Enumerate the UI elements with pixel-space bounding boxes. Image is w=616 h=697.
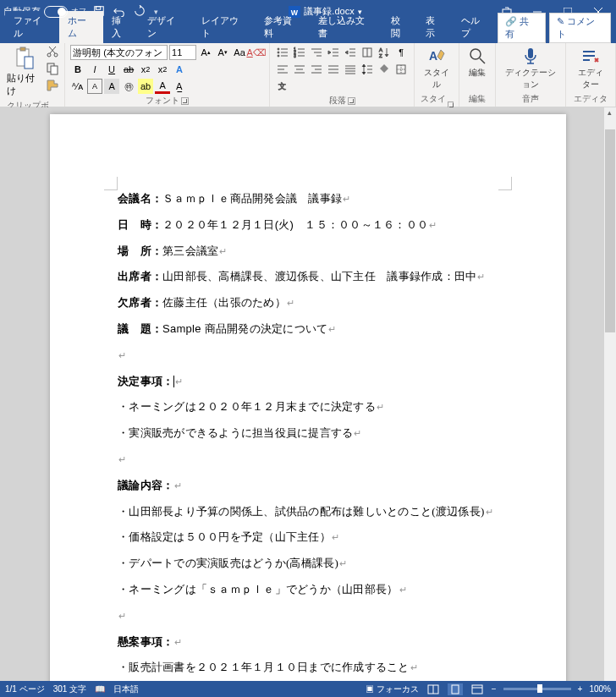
doc-section[interactable]: 懸案事項： bbox=[118, 634, 498, 651]
margin-corner-tl bbox=[104, 177, 118, 190]
language[interactable]: 日本語 bbox=[113, 683, 139, 695]
zoom-out-icon[interactable]: − bbox=[492, 684, 497, 694]
doc-section[interactable]: 決定事項： bbox=[118, 373, 498, 391]
word-count[interactable]: 301 文字 bbox=[53, 683, 86, 695]
doc-bullet[interactable]: ・販売計画書を２０２１年１月１０日までに作成すること bbox=[118, 659, 498, 677]
vertical-scrollbar[interactable]: ▴ bbox=[604, 107, 616, 681]
tab-help[interactable]: ヘルプ bbox=[453, 11, 498, 43]
paste-button[interactable]: 貼り付け bbox=[5, 45, 44, 99]
dictate-label: ディクテーション bbox=[504, 67, 557, 91]
focus-mode[interactable]: ▣ フォーカス bbox=[366, 683, 419, 695]
distribute-icon[interactable] bbox=[343, 62, 358, 77]
doc-bullet[interactable]: ・デパートでの実演販売はどうか(高橋課長) bbox=[118, 555, 498, 573]
read-mode-icon[interactable] bbox=[426, 683, 441, 695]
print-layout-icon[interactable] bbox=[448, 683, 463, 695]
enclose-char-icon[interactable]: ㊕ bbox=[121, 79, 136, 94]
char-border-icon[interactable]: A bbox=[87, 79, 102, 94]
group-dictate: ディクテーション 音声 bbox=[496, 43, 566, 107]
multilevel-icon[interactable] bbox=[309, 45, 324, 60]
font-launcher-icon[interactable] bbox=[181, 97, 189, 105]
doc-section[interactable]: 議論内容： bbox=[118, 477, 498, 495]
cut-icon[interactable] bbox=[46, 45, 59, 60]
comments-button[interactable]: ✎ コメント bbox=[549, 13, 611, 43]
highlight-icon[interactable]: ab bbox=[138, 79, 153, 94]
zoom-level[interactable]: 100% bbox=[589, 684, 611, 694]
font-name-select[interactable] bbox=[70, 45, 168, 60]
tab-design[interactable]: デザイン bbox=[139, 11, 193, 43]
tab-insert[interactable]: 挿入 bbox=[103, 11, 139, 43]
doc-bullet[interactable]: ・山田部長より予算の関係上、試供品の配布は難しいとのこと(渡辺係長) bbox=[118, 503, 498, 521]
clear-format-icon[interactable]: A⌫ bbox=[249, 45, 264, 60]
underline-button[interactable]: U bbox=[104, 62, 119, 77]
char-shading-icon[interactable]: A bbox=[104, 79, 119, 94]
subscript-button[interactable]: x2 bbox=[138, 62, 153, 77]
borders-icon[interactable] bbox=[393, 62, 409, 77]
font-size-select[interactable] bbox=[169, 45, 196, 60]
text-effects-icon[interactable]: A bbox=[172, 62, 187, 77]
shrink-font-icon[interactable]: A▾ bbox=[215, 45, 230, 60]
doc-bullet[interactable]: ・価格設定は５００円を予定（山下主任） bbox=[118, 529, 498, 546]
group-editing: 編集 編集 bbox=[459, 43, 496, 107]
margin-corner-tr bbox=[498, 177, 512, 190]
scroll-up-icon[interactable]: ▴ bbox=[604, 107, 614, 118]
doc-bullet[interactable]: ・実演販売ができるように担当役員に提言する bbox=[118, 425, 498, 442]
web-layout-icon[interactable] bbox=[470, 683, 485, 695]
increase-indent-icon[interactable] bbox=[343, 45, 358, 60]
doc-blank[interactable] bbox=[118, 451, 498, 469]
char-scale-icon[interactable]: A̲ bbox=[172, 79, 187, 94]
align-left-icon[interactable] bbox=[275, 62, 290, 77]
text-direction-icon[interactable]: 文 bbox=[275, 79, 290, 94]
spellcheck-icon[interactable]: 📖 bbox=[95, 684, 105, 694]
scroll-thumb[interactable] bbox=[605, 129, 615, 332]
phonetic-guide-icon[interactable]: ᴬ⁄ᴀ bbox=[70, 79, 85, 94]
justify-icon[interactable] bbox=[326, 62, 341, 77]
format-painter-icon[interactable] bbox=[46, 79, 59, 94]
doc-line[interactable]: 日 時：２０２０年１２月１日(火) １５：００～１６：００ bbox=[118, 217, 498, 234]
paragraph-launcher-icon[interactable] bbox=[348, 97, 355, 105]
doc-blank[interactable] bbox=[118, 347, 498, 365]
align-right-icon[interactable] bbox=[309, 62, 324, 77]
doc-bullet[interactable]: ・ネーミングは２０２０年１２月末までに決定する bbox=[118, 398, 498, 416]
bold-button[interactable]: B bbox=[70, 62, 85, 77]
align-center-icon[interactable] bbox=[292, 62, 307, 77]
numbering-icon[interactable]: 123 bbox=[292, 45, 307, 60]
doc-line[interactable]: 議 題：Sample 商品開発の決定について bbox=[118, 321, 498, 338]
svg-text:3: 3 bbox=[294, 53, 296, 58]
font-color-icon[interactable]: A bbox=[155, 79, 170, 94]
italic-button[interactable]: I bbox=[87, 62, 102, 77]
zoom-slider[interactable] bbox=[503, 688, 571, 690]
doc-line[interactable]: 欠席者：佐藤主任（出張のため） bbox=[118, 294, 498, 312]
page-count[interactable]: 1/1 ページ bbox=[5, 683, 45, 695]
decrease-indent-icon[interactable] bbox=[326, 45, 341, 60]
show-marks-icon[interactable]: ¶ bbox=[393, 45, 409, 60]
tab-review[interactable]: 校閲 bbox=[382, 11, 418, 43]
toggle-off-icon[interactable] bbox=[44, 6, 68, 18]
editing-button[interactable]: 編集 bbox=[465, 45, 490, 80]
document-area[interactable]: thsight.xyz 会議名：Ｓａｍｐｌｅ商品開発会議 議事録 日 時：２０２… bbox=[0, 107, 616, 681]
superscript-button[interactable]: x2 bbox=[155, 62, 170, 77]
page[interactable]: 会議名：Ｓａｍｐｌｅ商品開発会議 議事録 日 時：２０２０年１２月１日(火) １… bbox=[50, 114, 566, 681]
share-button[interactable]: 🔗 共有 bbox=[498, 13, 546, 43]
doc-bullet[interactable]: ・ネーミングは「ｓａｍｐｌｅ」でどうか（山田部長） bbox=[118, 581, 498, 599]
tab-mailings[interactable]: 差し込み文書 bbox=[310, 11, 382, 43]
sort-icon[interactable]: AZ bbox=[377, 45, 392, 60]
strikethrough-button[interactable]: ab bbox=[121, 62, 136, 77]
asian-layout-icon[interactable] bbox=[360, 45, 375, 60]
doc-line[interactable]: 会議名：Ｓａｍｐｌｅ商品開発会議 議事録 bbox=[118, 190, 498, 208]
doc-line[interactable]: 場 所：第三会議室 bbox=[118, 243, 498, 261]
doc-line[interactable]: 出席者：山田部長、高橋課長、渡辺係長、山下主任 議事録作成：田中 bbox=[118, 268, 498, 286]
styles-button[interactable]: A スタイル bbox=[420, 45, 454, 92]
zoom-in-icon[interactable]: + bbox=[578, 684, 583, 694]
dictate-button[interactable]: ディクテーション bbox=[501, 45, 560, 92]
copy-icon[interactable] bbox=[46, 62, 59, 77]
tab-layout[interactable]: レイアウト bbox=[193, 11, 256, 43]
editor-button[interactable]: エディター bbox=[571, 45, 610, 92]
grow-font-icon[interactable]: A▴ bbox=[198, 45, 213, 60]
change-case-icon[interactable]: Aa bbox=[232, 45, 247, 60]
doc-blank[interactable] bbox=[118, 607, 498, 625]
shading-icon[interactable] bbox=[377, 62, 392, 77]
bullets-icon[interactable] bbox=[275, 45, 290, 60]
tab-view[interactable]: 表示 bbox=[417, 11, 453, 43]
line-spacing-icon[interactable] bbox=[360, 62, 375, 77]
tab-references[interactable]: 参考資料 bbox=[256, 11, 310, 43]
